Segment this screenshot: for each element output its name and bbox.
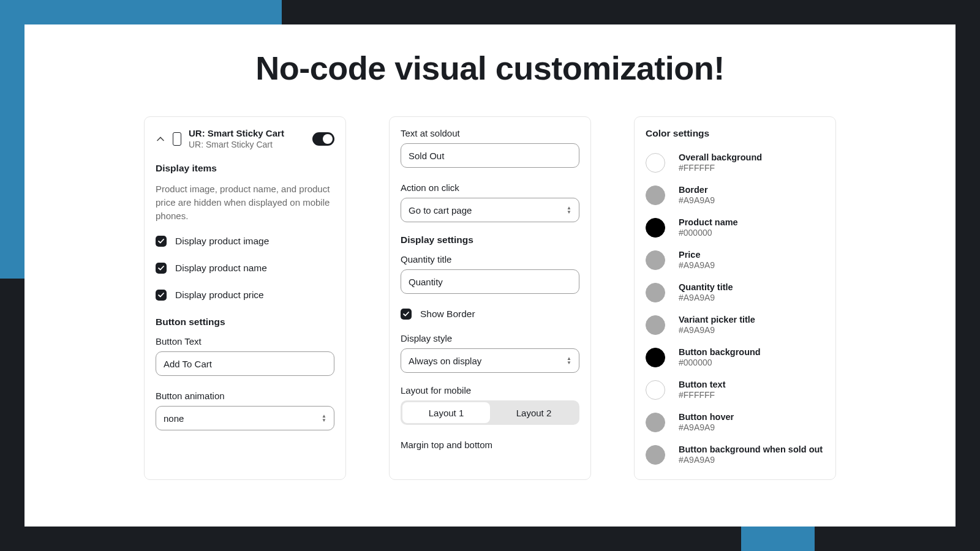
color-hex: #000000 — [679, 358, 761, 367]
color-hex: #000000 — [679, 228, 738, 238]
button-text-label: Button Text — [156, 336, 334, 347]
qty-title-label: Quantity title — [401, 254, 579, 264]
panel-header: UR: Smart Sticky Cart UR: Smart Sticky C… — [156, 128, 334, 149]
soldout-text-label: Text at soldout — [401, 128, 579, 138]
color-name: Border — [679, 185, 715, 195]
color-name: Overall background — [679, 152, 762, 162]
colors-list: Overall background#FFFFFFBorder#A9A9A9Pr… — [646, 152, 824, 465]
color-name: Button background — [679, 347, 761, 357]
color-name: Quantity title — [679, 282, 733, 292]
color-swatch — [646, 380, 665, 400]
color-row[interactable]: Quantity title#A9A9A9 — [646, 282, 824, 302]
select-value: Go to cart page — [409, 205, 472, 216]
button-anim-select[interactable]: none ▲▼ — [156, 406, 334, 430]
margin-label: Margin top and bottom — [401, 440, 579, 450]
action-click-label: Action on click — [401, 182, 579, 193]
cards-row: UR: Smart Sticky Cart UR: Smart Sticky C… — [61, 116, 919, 480]
check-show-border[interactable]: Show Border — [401, 309, 579, 320]
color-swatch — [646, 218, 665, 238]
label: Show Border — [420, 309, 475, 320]
color-name: Button background when sold out — [679, 444, 823, 454]
action-click-select[interactable]: Go to cart page ▲▼ — [401, 198, 579, 222]
display-style-select[interactable]: Always on display ▲▼ — [401, 348, 579, 373]
checkbox-checked-icon — [156, 263, 167, 274]
color-row[interactable]: Button background#000000 — [646, 347, 824, 367]
button-settings-heading: Button settings — [156, 317, 334, 328]
color-swatch — [646, 250, 665, 270]
layout-1-button[interactable]: Layout 1 — [402, 402, 490, 423]
color-name: Product name — [679, 217, 738, 227]
color-row[interactable]: Button text#FFFFFF — [646, 380, 824, 400]
enable-toggle[interactable] — [312, 132, 334, 146]
color-name: Price — [679, 250, 715, 260]
color-swatch — [646, 283, 665, 302]
check-product-name[interactable]: Display product name — [156, 263, 334, 274]
select-value: none — [164, 413, 184, 424]
display-items-heading: Display items — [156, 163, 334, 174]
color-swatch — [646, 445, 665, 465]
select-value: Always on display — [409, 356, 481, 366]
color-row[interactable]: Overall background#FFFFFF — [646, 152, 824, 173]
chevron-up-icon[interactable] — [156, 134, 165, 144]
color-settings-heading: Color settings — [646, 128, 824, 139]
label: Display product price — [175, 290, 264, 301]
main-canvas: No-code visual customization! UR: Smart … — [24, 24, 956, 527]
check-product-price[interactable]: Display product price — [156, 290, 334, 301]
label: Display product name — [175, 263, 267, 274]
panel-head-sub: UR: Smart Sticky Cart — [189, 140, 305, 149]
panel-display-items: UR: Smart Sticky Cart UR: Smart Sticky C… — [144, 116, 346, 480]
color-row[interactable]: Button background when sold out#A9A9A9 — [646, 444, 824, 465]
checkbox-checked-icon — [401, 309, 412, 320]
color-row[interactable]: Variant picker title#A9A9A9 — [646, 315, 824, 335]
panel-display-settings: Text at soldout Action on click Go to ca… — [389, 116, 591, 480]
checkbox-checked-icon — [156, 236, 167, 247]
soldout-text-input[interactable] — [401, 143, 579, 168]
label: Display product image — [175, 236, 269, 247]
color-hex: #A9A9A9 — [679, 195, 715, 205]
color-name: Button text — [679, 380, 726, 389]
color-hex: #A9A9A9 — [679, 293, 733, 302]
color-swatch — [646, 186, 665, 205]
qty-title-input[interactable] — [401, 269, 579, 294]
layout-segmented: Layout 1 Layout 2 — [401, 400, 579, 425]
color-swatch — [646, 315, 665, 335]
mobile-icon — [173, 132, 181, 146]
layout-mobile-label: Layout for mobile — [401, 385, 579, 395]
page-title: No-code visual customization! — [61, 49, 919, 87]
color-hex: #FFFFFF — [679, 390, 726, 400]
color-hex: #A9A9A9 — [679, 422, 734, 432]
panel-head-title: UR: Smart Sticky Cart — [189, 128, 305, 138]
updown-caret-icon: ▲▼ — [322, 414, 326, 422]
display-items-desc: Product image, product name, and product… — [156, 182, 334, 222]
updown-caret-icon: ▲▼ — [567, 206, 571, 214]
color-swatch — [646, 413, 665, 432]
color-hex: #A9A9A9 — [679, 325, 755, 335]
panel-color-settings: Color settings Overall background#FFFFFF… — [634, 116, 836, 480]
checkbox-checked-icon — [156, 290, 167, 301]
color-hex: #FFFFFF — [679, 163, 762, 173]
color-row[interactable]: Button hover#A9A9A9 — [646, 412, 824, 432]
color-hex: #A9A9A9 — [679, 260, 715, 270]
color-name: Variant picker title — [679, 315, 755, 324]
updown-caret-icon: ▲▼ — [567, 357, 571, 365]
color-row[interactable]: Product name#000000 — [646, 217, 824, 238]
display-style-label: Display style — [401, 333, 579, 343]
layout-2-button[interactable]: Layout 2 — [490, 402, 578, 423]
button-text-input[interactable] — [156, 351, 334, 376]
color-name: Button hover — [679, 412, 734, 422]
color-swatch — [646, 348, 665, 367]
color-hex: #A9A9A9 — [679, 455, 823, 465]
display-settings-heading: Display settings — [401, 234, 579, 246]
button-anim-label: Button animation — [156, 391, 334, 401]
check-product-image[interactable]: Display product image — [156, 236, 334, 247]
color-swatch — [646, 153, 665, 173]
color-row[interactable]: Price#A9A9A9 — [646, 250, 824, 270]
color-row[interactable]: Border#A9A9A9 — [646, 185, 824, 205]
